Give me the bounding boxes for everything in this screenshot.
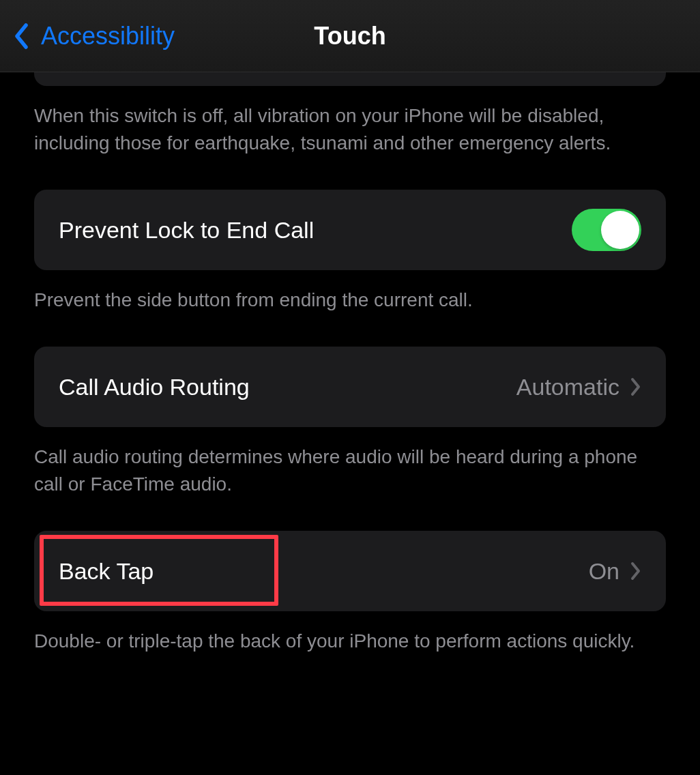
prevent-lock-toggle[interactable] [572, 209, 641, 251]
back-tap-label: Back Tap [59, 558, 154, 585]
chevron-right-icon [630, 561, 641, 581]
navigation-bar: Accessibility Touch [0, 0, 700, 72]
back-button[interactable]: Accessibility [0, 22, 175, 50]
call-audio-value: Automatic [516, 374, 619, 400]
prevent-lock-group: Prevent Lock to End Call [34, 190, 666, 270]
call-audio-group: Call Audio Routing Automatic [34, 347, 666, 427]
call-audio-cell[interactable]: Call Audio Routing Automatic [34, 347, 666, 427]
prevent-lock-label: Prevent Lock to End Call [59, 217, 314, 244]
call-audio-footer: Call audio routing determines where audi… [34, 443, 666, 531]
toggle-knob [601, 211, 639, 249]
call-audio-label: Call Audio Routing [59, 374, 250, 400]
prevent-lock-footer: Prevent the side button from ending the … [34, 287, 666, 347]
chevron-left-icon [14, 23, 29, 49]
back-tap-footer: Double- or triple-tap the back of your i… [34, 628, 666, 688]
page-title: Touch [314, 22, 385, 50]
prevent-lock-cell[interactable]: Prevent Lock to End Call [34, 190, 666, 270]
back-label: Accessibility [41, 22, 175, 50]
back-tap-group: Back Tap On [34, 531, 666, 611]
back-tap-cell[interactable]: Back Tap On [34, 531, 666, 611]
back-tap-value: On [589, 558, 619, 585]
vibration-footer: When this switch is off, all vibration o… [34, 102, 666, 190]
chevron-right-icon [630, 377, 641, 396]
previous-group-bottom [34, 72, 666, 86]
